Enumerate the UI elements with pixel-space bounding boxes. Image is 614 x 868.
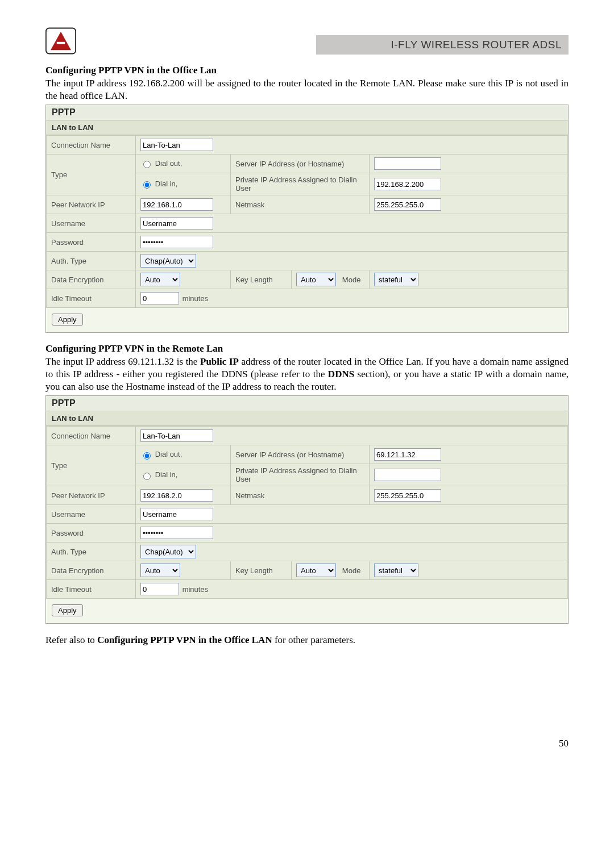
- netmask-input[interactable]: [374, 198, 441, 211]
- label-netmask: Netmask: [231, 195, 370, 214]
- label-peer-network: Peer Network IP: [47, 195, 136, 214]
- label-data-encryption: Data Encryption: [47, 270, 136, 289]
- label-data-encryption: Data Encryption: [47, 561, 136, 580]
- connection-name-input[interactable]: [140, 429, 213, 442]
- server-ip-input[interactable]: [374, 157, 441, 170]
- netmask-input[interactable]: [374, 489, 441, 502]
- dial-out-radio[interactable]: [143, 161, 151, 168]
- data-encryption-select[interactable]: Auto: [140, 564, 180, 577]
- minutes-label: minutes: [182, 294, 209, 303]
- panel-subtitle: LAN to LAN: [46, 411, 568, 426]
- password-input[interactable]: [140, 527, 213, 539]
- label-key-length: Key Length: [231, 270, 292, 289]
- label-netmask: Netmask: [231, 486, 370, 505]
- label-mode: Mode: [342, 566, 361, 575]
- dial-in-radio[interactable]: [143, 181, 151, 189]
- auth-type-select[interactable]: Chap(Auto): [140, 545, 196, 558]
- server-ip-input[interactable]: [374, 448, 441, 461]
- label-connection-name: Connection Name: [47, 136, 136, 155]
- minutes-label: minutes: [182, 585, 209, 594]
- label-idle-timeout: Idle Timeout: [47, 289, 136, 308]
- key-length-select[interactable]: Auto: [296, 273, 336, 286]
- label-key-length: Key Length: [231, 561, 292, 580]
- mode-select[interactable]: stateful: [374, 273, 418, 286]
- connection-name-input[interactable]: [140, 139, 213, 151]
- mode-select[interactable]: stateful: [374, 564, 418, 577]
- peer-network-input[interactable]: [140, 198, 213, 211]
- brand-logo: [45, 27, 76, 55]
- label-server-ip: Server IP Address (or Hostname): [231, 445, 370, 464]
- data-encryption-select[interactable]: Auto: [140, 273, 180, 286]
- username-input[interactable]: [140, 217, 213, 229]
- label-password: Password: [47, 233, 136, 252]
- apply-button[interactable]: Apply: [52, 314, 83, 326]
- panel-title: PPTP: [46, 105, 568, 120]
- svg-marker-1: [51, 32, 71, 50]
- office-pptp-panel: PPTP LAN to LAN Connection Name Type Dia…: [45, 105, 569, 333]
- dial-in-label: Dial in,: [155, 180, 178, 188]
- idle-timeout-input[interactable]: [140, 292, 179, 304]
- label-connection-name: Connection Name: [47, 427, 136, 445]
- label-auth-type: Auth. Type: [47, 252, 136, 270]
- label-peer-network: Peer Network IP: [47, 486, 136, 505]
- office-heading: Configuring PPTP VPN in the Office Lan: [45, 65, 569, 76]
- label-password: Password: [47, 524, 136, 542]
- label-idle-timeout: Idle Timeout: [47, 580, 136, 599]
- key-length-select[interactable]: Auto: [296, 564, 336, 577]
- dial-out-label: Dial out,: [155, 450, 182, 458]
- label-private-ip: Private IP Address Assigned to Dialin Us…: [231, 464, 370, 486]
- dial-in-label: Dial in,: [155, 470, 178, 479]
- product-title: I-FLY WIRELESS ROUTER ADSL: [316, 35, 569, 55]
- label-username: Username: [47, 505, 136, 524]
- label-type: Type: [47, 155, 136, 195]
- remote-pptp-panel: PPTP LAN to LAN Connection Name Type Dia…: [45, 395, 569, 624]
- dial-out-radio[interactable]: [143, 452, 151, 460]
- private-ip-input[interactable]: [374, 469, 441, 481]
- dial-in-radio[interactable]: [143, 473, 151, 480]
- office-paragraph: The input IP address 192.168.2.200 will …: [45, 77, 569, 102]
- page-number: 50: [45, 738, 569, 749]
- label-type: Type: [47, 445, 136, 486]
- dial-out-label: Dial out,: [155, 159, 182, 168]
- footer-refer: Refer also to Configuring PPTP VPN in th…: [45, 634, 569, 646]
- peer-network-input[interactable]: [140, 489, 213, 502]
- auth-type-select[interactable]: Chap(Auto): [140, 254, 196, 268]
- apply-button[interactable]: Apply: [52, 604, 83, 616]
- label-mode: Mode: [342, 276, 361, 284]
- password-input[interactable]: [140, 236, 213, 248]
- remote-heading: Configuring PPTP VPN in the Remote Lan: [45, 343, 569, 354]
- private-ip-input[interactable]: [374, 178, 441, 190]
- remote-paragraph: The input IP address 69.121.1.32 is the …: [45, 356, 569, 393]
- page-header: I-FLY WIRELESS ROUTER ADSL: [45, 27, 569, 55]
- label-auth-type: Auth. Type: [47, 542, 136, 561]
- username-input[interactable]: [140, 508, 213, 520]
- panel-title: PPTP: [46, 396, 568, 411]
- label-username: Username: [47, 214, 136, 233]
- svg-rect-2: [57, 42, 65, 44]
- label-private-ip: Private IP Address Assigned to Dialin Us…: [231, 173, 370, 195]
- panel-subtitle: LAN to LAN: [46, 120, 568, 135]
- idle-timeout-input[interactable]: [140, 583, 179, 595]
- label-server-ip: Server IP Address (or Hostname): [231, 155, 370, 173]
